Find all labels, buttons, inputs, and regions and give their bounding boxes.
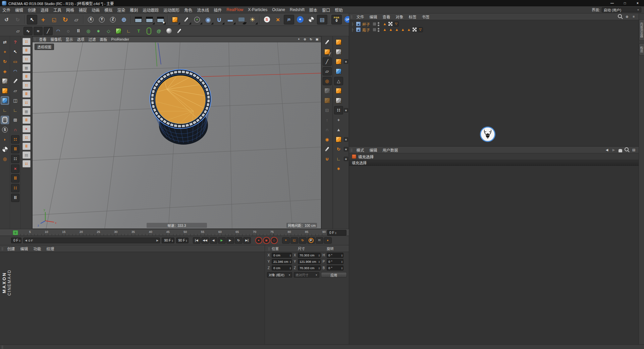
recent-tool-icon[interactable]: ▱ xyxy=(71,15,82,24)
modeling-settings-icon[interactable] xyxy=(334,38,343,46)
delete-selection-icon[interactable]: × xyxy=(11,164,19,173)
axis-center-icon[interactable]: ∟ xyxy=(124,27,133,35)
preset-grid-icon[interactable]: ▦ xyxy=(22,108,31,115)
help-icon[interactable]: ? xyxy=(11,38,19,46)
selection-dots-icon[interactable]: ⠿ xyxy=(11,174,19,183)
preset-dots-icon[interactable]: ∷ xyxy=(22,99,31,106)
settings-gear-icon[interactable]: ∗ xyxy=(344,108,348,112)
attribute-menu-模式[interactable]: 模式 xyxy=(354,147,367,153)
range-end-field[interactable]: 90 F xyxy=(162,238,174,243)
menu-脚本[interactable]: 脚本 xyxy=(307,7,320,13)
menu-工具[interactable]: 工具 xyxy=(51,7,64,13)
snap-toggle-icon[interactable]: S xyxy=(1,126,9,134)
lock-y-axis-icon[interactable]: Y xyxy=(97,15,107,24)
menu-编辑[interactable]: 编辑 xyxy=(13,7,25,13)
material-menu-编辑[interactable]: 编辑 xyxy=(18,246,31,251)
stepper-arrows-icon[interactable] xyxy=(341,254,342,257)
object-menu-标签[interactable]: 标签 xyxy=(406,14,419,19)
material-list-area[interactable]: MAXON CINEMA4D xyxy=(0,252,265,344)
sculpt-pull-icon[interactable]: ∿ xyxy=(23,27,33,35)
polygons-mode-icon[interactable] xyxy=(1,96,9,105)
preview-range-slider[interactable]: ◀ 0 F ▶ xyxy=(23,238,160,243)
preset-dots-icon[interactable]: ∷ xyxy=(22,160,31,167)
preset-grid-icon[interactable]: ▦ xyxy=(22,64,31,71)
key-scale-icon[interactable]: ◱ xyxy=(290,237,298,244)
active-tool-row[interactable]: 填充选择 xyxy=(349,153,639,160)
polygon-selection-tag[interactable]: ▲ xyxy=(406,27,412,32)
play-icon[interactable]: ▶ xyxy=(218,237,226,244)
workplane-mode-icon[interactable]: ◈ xyxy=(1,67,9,76)
minimize-icon[interactable]: — xyxy=(606,0,619,6)
menu-动画[interactable]: 动画 xyxy=(89,7,102,13)
rotate-view-icon[interactable]: ↻ xyxy=(308,37,314,42)
polygon-pen-icon[interactable] xyxy=(11,77,19,85)
menu-运动跟踪[interactable]: 运动跟踪 xyxy=(140,7,161,13)
panel-grip-icon[interactable]: ⣿ xyxy=(0,345,5,349)
optimize-icon[interactable] xyxy=(334,87,343,95)
menu-网格[interactable]: 网格 xyxy=(64,7,76,13)
magnet-tool-icon[interactable]: ∪ xyxy=(323,155,332,163)
polygon-selection-tag[interactable]: ▲ xyxy=(400,27,406,32)
stepper-arrows-icon[interactable] xyxy=(341,260,342,263)
stepper-arrows-icon[interactable] xyxy=(335,232,336,234)
preset-dots-icon[interactable]: ⠿ xyxy=(22,73,31,80)
preset-photo-icon[interactable]: ▤ xyxy=(22,151,31,159)
viewport-menu-prorender[interactable]: ProRender xyxy=(109,37,131,41)
helix-icon[interactable]: @ xyxy=(154,27,163,35)
viewport-canvas[interactable]: yxz 透视视图 帧速：333.3 网格间距：100 cm xyxy=(33,42,321,229)
settings-gear-icon[interactable]: ∗ xyxy=(344,59,348,64)
toggle-view-icon[interactable]: ▣ xyxy=(314,37,320,42)
array-star-icon[interactable]: ∗ xyxy=(94,27,103,35)
object-name[interactable]: 杯子 xyxy=(362,21,370,27)
object-menu-编辑[interactable]: 编辑 xyxy=(367,14,380,19)
array-grid-icon[interactable]: ⊞ xyxy=(11,116,19,124)
make-editable-icon[interactable]: ⇄ xyxy=(1,38,9,46)
model-mode-icon[interactable]: + xyxy=(1,48,9,56)
preset-dots-icon[interactable]: ∷ xyxy=(22,82,31,89)
search-icon[interactable] xyxy=(618,14,623,19)
section-header[interactable]: 填充选择 xyxy=(349,160,639,166)
light-icon[interactable]: ☀ xyxy=(247,15,258,24)
autokey-icon[interactable]: ◉ xyxy=(263,237,270,244)
settings-gear-icon[interactable]: ∗ xyxy=(344,157,348,161)
history-forward-icon[interactable]: ▶ xyxy=(611,147,616,153)
stepper-arrows-icon[interactable] xyxy=(319,267,320,269)
text-tool-icon[interactable]: T xyxy=(134,27,143,35)
preset-dots-icon[interactable]: ∷ xyxy=(22,134,31,141)
range-end-handle[interactable]: ▶ xyxy=(156,239,158,242)
bezier-pen-icon[interactable] xyxy=(174,27,183,35)
workplane-icon[interactable]: ▱ xyxy=(13,27,22,35)
matrix-grid-icon[interactable]: ⠿ xyxy=(74,27,83,35)
preset-dots-icon[interactable]: ⠿ xyxy=(22,47,31,54)
polygon-object-icon[interactable]: ▲ xyxy=(356,21,361,27)
current-frame-field[interactable]: 0 F xyxy=(327,230,346,236)
preset-dots-icon[interactable]: ⠿ xyxy=(22,143,31,150)
wire-sphere-icon[interactable]: ◎ xyxy=(84,27,93,35)
checker-sphere-icon[interactable] xyxy=(306,15,316,24)
size-y-field[interactable]: 121.908 cm xyxy=(298,259,321,264)
keyframe-selection-icon[interactable]: ◇ xyxy=(271,237,278,244)
stepper-arrows-icon[interactable] xyxy=(290,267,291,269)
coordinate-system-icon[interactable]: ⊕ xyxy=(119,15,129,24)
shaded-sphere-icon[interactable] xyxy=(164,27,173,35)
split-icon[interactable] xyxy=(334,96,343,105)
substance-icon[interactable]: S xyxy=(262,15,272,24)
panel-grip-icon[interactable]: ⣿ xyxy=(267,247,271,250)
polygon-selection-tag[interactable]: ▲ xyxy=(394,27,399,32)
edges-mode-icon[interactable] xyxy=(1,87,9,95)
point-selection-tag[interactable]: ∵ xyxy=(418,27,423,32)
editor-state-icon[interactable] xyxy=(373,28,376,32)
selection-dots-icon[interactable]: ∷ xyxy=(11,184,19,192)
range-start-handle[interactable]: ◀ xyxy=(25,239,27,242)
key-position-icon[interactable]: + xyxy=(282,237,290,244)
object-name[interactable]: 瓶子 xyxy=(362,27,370,33)
lock-icon[interactable] xyxy=(618,147,623,153)
material-menu-创建[interactable]: 创建 xyxy=(5,246,18,251)
rotation-h-field[interactable]: 0 ° xyxy=(327,253,343,258)
previous-frame-icon[interactable]: ◀ xyxy=(210,237,217,244)
selection-dots-icon[interactable]: ⠿ xyxy=(11,194,19,202)
primitive-cube-icon[interactable] xyxy=(170,15,180,24)
sculpt-smooth-icon[interactable]: ≈ xyxy=(34,27,43,35)
position-y-field[interactable]: 21.346 cm xyxy=(272,259,292,264)
dock-tab-content-browser[interactable]: 内容浏览器 xyxy=(639,19,644,41)
